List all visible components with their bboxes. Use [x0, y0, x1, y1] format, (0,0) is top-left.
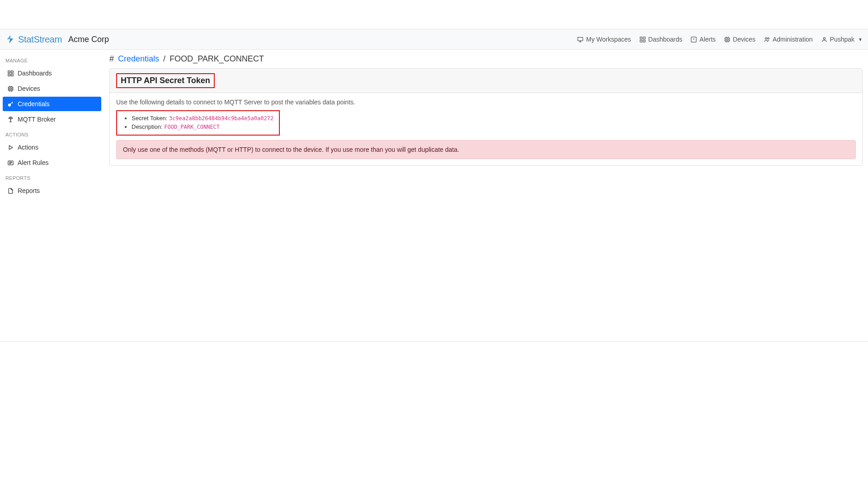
- svg-point-10: [823, 37, 825, 39]
- grid-icon: [639, 36, 646, 43]
- file-icon: [7, 188, 14, 194]
- svg-point-8: [765, 38, 767, 39]
- panel-header: HTTP API Secret Token: [110, 69, 862, 93]
- svg-rect-16: [10, 88, 12, 89]
- svg-marker-19: [9, 145, 13, 150]
- nav-administration[interactable]: Administration: [764, 36, 813, 43]
- brand-name: StatStream: [18, 34, 62, 45]
- secret-token-row: Secret Token: 3c9ea2a8bb26484b94c9ba4e5a…: [132, 114, 274, 122]
- panel-intro-text: Use the following details to connect to …: [116, 99, 856, 106]
- main-content: # Credentials / FOOD_PARK_CONNECT HTTP A…: [104, 50, 868, 202]
- cpu-icon: [7, 85, 14, 92]
- description-value: FOOD_PARK_CONNECT: [164, 124, 220, 130]
- sidebar: MANAGE Dashboards Devices Credentials MQ…: [0, 50, 104, 202]
- play-icon: [7, 144, 14, 151]
- warning-alert: Only use one of the methods (MQTT or HTT…: [116, 140, 856, 159]
- panel-title-highlight: HTTP API Secret Token: [116, 73, 215, 88]
- description-label: Description:: [132, 123, 164, 130]
- sidebar-section-reports: REPORTS: [2, 171, 102, 183]
- sidebar-item-reports[interactable]: Reports: [3, 183, 101, 198]
- sidebar-item-devices[interactable]: Devices: [3, 81, 101, 96]
- monitor-icon: [577, 36, 584, 43]
- svg-rect-4: [643, 40, 645, 42]
- breadcrumb-current: FOOD_PARK_CONNECT: [170, 54, 264, 63]
- breadcrumb-separator: /: [163, 54, 165, 63]
- sidebar-item-label: Reports: [18, 187, 40, 194]
- svg-rect-0: [578, 37, 583, 41]
- nav-label: Alerts: [699, 36, 716, 43]
- sidebar-section-actions: ACTIONS: [2, 127, 102, 139]
- sidebar-item-dashboards[interactable]: Dashboards: [3, 66, 101, 80]
- nav-label: Dashboards: [648, 36, 683, 43]
- sidebar-item-label: Actions: [18, 144, 38, 151]
- svg-rect-2: [643, 37, 645, 38]
- nav-my-workspaces[interactable]: My Workspaces: [577, 36, 631, 43]
- nav-label: Administration: [773, 36, 813, 43]
- svg-rect-12: [11, 70, 13, 72]
- nav-alerts[interactable]: Alerts: [690, 36, 716, 43]
- sidebar-item-actions[interactable]: Actions: [3, 140, 101, 155]
- chevron-down-icon: ▼: [858, 37, 863, 42]
- sidebar-item-label: Devices: [18, 85, 40, 92]
- svg-rect-1: [640, 37, 642, 38]
- svg-rect-13: [8, 74, 10, 75]
- svg-point-17: [9, 103, 11, 106]
- top-navbar: StatStream Acme Corp My Workspaces Dashb…: [0, 29, 868, 50]
- sidebar-item-credentials[interactable]: Credentials: [3, 97, 101, 111]
- breadcrumb: # Credentials / FOOD_PARK_CONNECT: [109, 54, 863, 64]
- nav-label: Devices: [733, 36, 755, 43]
- nav-devices[interactable]: Devices: [724, 36, 755, 43]
- grid-icon: [7, 70, 14, 77]
- sidebar-item-label: MQTT Broker: [18, 116, 56, 123]
- sidebar-item-label: Credentials: [18, 100, 50, 108]
- svg-rect-11: [8, 70, 10, 72]
- panel-title: HTTP API Secret Token: [121, 76, 210, 85]
- secret-token-value: 3c9ea2a8bb26484b94c9ba4e5a0a0272: [169, 115, 274, 122]
- sidebar-item-alert-rules[interactable]: Alert Rules: [3, 155, 101, 170]
- nav-user-label: Pushpak: [830, 36, 854, 43]
- token-details-highlight: Secret Token: 3c9ea2a8bb26484b94c9ba4e5a…: [116, 110, 280, 136]
- svg-rect-14: [11, 74, 13, 75]
- list-icon: [7, 160, 14, 166]
- sidebar-item-label: Alert Rules: [18, 159, 48, 166]
- breadcrumb-link-credentials[interactable]: Credentials: [118, 54, 159, 63]
- breadcrumb-hash: #: [109, 54, 114, 63]
- svg-rect-6: [725, 38, 729, 42]
- key-icon: [7, 101, 14, 108]
- user-icon: [821, 36, 828, 43]
- alert-icon: [690, 36, 697, 43]
- cpu-icon: [724, 36, 731, 43]
- secret-token-label: Secret Token:: [132, 115, 169, 122]
- svg-rect-3: [640, 40, 642, 42]
- broadcast-icon: [7, 116, 14, 123]
- brand-logo-icon: [5, 34, 15, 44]
- sidebar-section-manage: MANAGE: [2, 53, 102, 65]
- sidebar-item-mqtt-broker[interactable]: MQTT Broker: [3, 112, 101, 127]
- svg-rect-15: [9, 87, 13, 91]
- nav-label: My Workspaces: [586, 36, 631, 43]
- nav-dashboards[interactable]: Dashboards: [639, 36, 683, 43]
- nav-user-menu[interactable]: Pushpak ▼: [821, 36, 863, 43]
- svg-point-9: [768, 38, 769, 39]
- svg-point-18: [10, 118, 11, 119]
- frame-bottom-divider: [0, 341, 868, 342]
- org-name[interactable]: Acme Corp: [68, 35, 109, 44]
- users-icon: [764, 36, 770, 43]
- brand-block[interactable]: StatStream: [5, 34, 62, 45]
- description-row: Description: FOOD_PARK_CONNECT: [132, 122, 274, 131]
- svg-rect-7: [726, 38, 728, 40]
- secret-token-panel: HTTP API Secret Token Use the following …: [109, 68, 863, 166]
- sidebar-item-label: Dashboards: [18, 70, 52, 77]
